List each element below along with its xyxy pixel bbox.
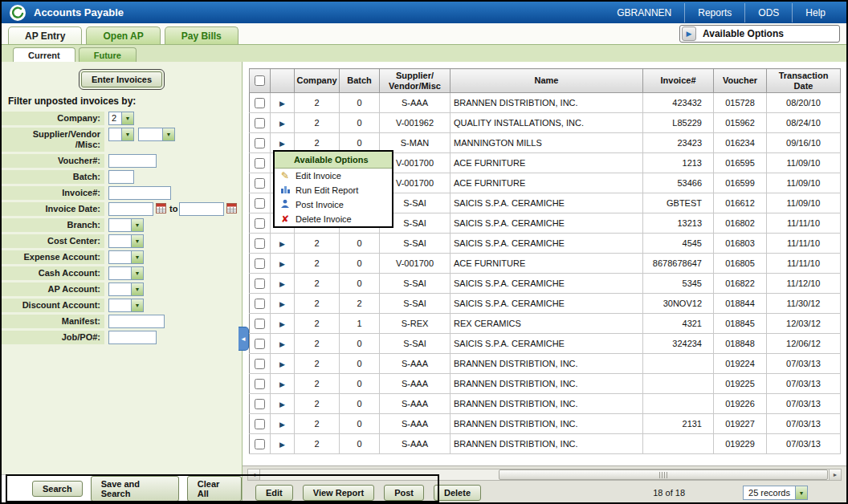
row-options-arrow-icon[interactable]: ▶ [279,120,285,128]
invoice-date-from-input[interactable] [108,202,153,216]
tab-pay-bills[interactable]: Pay Bills [165,26,238,44]
post-person-icon [279,199,291,210]
row-options-arrow-icon[interactable]: ▶ [279,100,285,108]
cell-date: 11/09/10 [767,193,841,213]
menu-item-post-invoice[interactable]: Post Invoice [275,197,392,212]
cost-center-select[interactable]: ▼ [108,234,144,248]
row-options-arrow-icon[interactable]: ▶ [279,320,285,328]
calendar-icon[interactable] [156,203,166,215]
row-checkbox[interactable] [255,278,265,289]
cell-date: 09/16/10 [767,133,841,153]
cash-account-select[interactable]: ▼ [108,266,144,280]
row-checkbox[interactable] [255,218,265,229]
row-checkbox[interactable] [255,138,265,148]
row-options-arrow-icon[interactable]: ▶ [279,441,285,449]
edit-pencil-icon: ✎ [279,170,291,181]
cell-name: SAICIS S.P.A. CERAMICHE [450,334,643,354]
menu-item-delete-invoice[interactable]: ✘ Delete Invoice [275,212,392,226]
post-button[interactable]: Post [384,485,424,501]
cell-voucher: 016805 [714,254,767,274]
row-options-arrow-icon[interactable]: ▶ [279,280,285,288]
row-options-arrow-icon[interactable]: ▶ [279,260,285,268]
menu-item-run-edit-report[interactable]: Run Edit Report [275,183,392,197]
voucher-input[interactable] [108,154,157,168]
manifest-input[interactable] [108,315,165,328]
header-nav: GBRANNEN Reports ODS Help [604,3,838,22]
calendar-icon[interactable] [226,203,237,215]
company-select[interactable]: 2 ▼ [108,112,134,125]
delete-button[interactable]: Delete [434,485,481,501]
nav-ods[interactable]: ODS [744,3,792,22]
cell-voucher: 016595 [714,153,767,173]
dropdown-arrow-icon: ▼ [131,235,143,247]
cell-date: 11/11/10 [767,213,841,234]
row-options-arrow-icon[interactable]: ▶ [279,380,285,388]
supplier-type-select[interactable]: ▼ [108,128,134,141]
user-menu[interactable]: GBRANNEN [604,3,684,22]
row-checkbox[interactable] [255,339,265,349]
scroll-right-arrow[interactable]: ► [829,469,841,480]
cell-voucher: 016822 [714,274,767,294]
row-checkbox[interactable] [255,399,265,409]
row-options-arrow-icon[interactable]: ▶ [279,240,285,248]
branch-select[interactable]: ▼ [108,218,144,232]
row-options-arrow-icon[interactable]: ▶ [279,340,285,348]
scrollbar-track[interactable] [260,469,829,480]
edit-button[interactable]: Edit [255,485,293,501]
row-options-arrow-icon[interactable]: ▶ [279,421,285,429]
row-checkbox[interactable] [255,319,265,329]
tab-future[interactable]: Future [79,47,137,62]
cell-invoice: 4545 [643,234,714,254]
row-options-arrow-icon[interactable]: ▶ [279,140,285,148]
row-checkbox[interactable] [255,299,265,309]
row-options-arrow-icon[interactable]: ▶ [279,300,285,308]
records-per-page-select[interactable]: 25 records ▼ [743,486,808,500]
discount-account-select[interactable]: ▼ [108,299,144,312]
select-all-checkbox[interactable] [255,75,265,86]
row-checkbox[interactable] [255,198,265,209]
row-checkbox[interactable] [255,419,265,429]
row-checkbox[interactable] [255,238,265,249]
cell-batch: 0 [340,334,380,354]
clear-all-button[interactable]: Clear All [187,476,242,502]
search-button[interactable]: Search [32,481,83,497]
save-and-search-button[interactable]: Save and Search [91,476,179,502]
menu-item-label: Delete Invoice [296,214,352,224]
tab-ap-entry[interactable]: AP Entry [8,26,82,44]
batch-input[interactable] [108,170,134,184]
invoice-date-to-input[interactable] [179,202,224,216]
row-checkbox[interactable] [255,98,265,108]
ap-account-select[interactable]: ▼ [108,282,144,296]
view-report-button[interactable]: View Report [303,485,374,501]
cell-company: 2 [295,314,340,334]
cell-voucher: 016803 [714,234,767,254]
tab-open-ap[interactable]: Open AP [86,26,160,44]
enter-invoices-button[interactable]: Enter Invoices [81,71,162,87]
invoice-table: Company Batch Supplier/ Vendor/Misc Name… [249,68,841,454]
available-options-button[interactable]: ▶ Available Options [679,25,840,43]
nav-help[interactable]: Help [792,3,838,22]
menu-item-edit-invoice[interactable]: ✎ Edit Invoice [275,169,392,183]
row-checkbox[interactable] [255,118,265,128]
row-checkbox[interactable] [255,379,265,389]
row-checkbox[interactable] [255,359,265,369]
scroll-left-arrow[interactable]: ◄ [248,469,260,480]
tab-current[interactable]: Current [13,47,75,62]
expense-account-select[interactable]: ▼ [108,250,144,264]
row-checkbox[interactable] [255,258,265,269]
row-options-arrow-icon[interactable]: ▶ [279,360,285,368]
collapse-filter-panel-tab[interactable]: ◄ [238,327,249,351]
cell-supplier: S-AAA [380,93,450,113]
cell-name: SAICIS S.P.A. CERAMICHE [450,193,643,213]
row-checkbox[interactable] [255,158,265,169]
invoice-number-input[interactable] [108,186,171,200]
row-checkbox-cell [250,234,271,254]
nav-reports[interactable]: Reports [684,3,744,22]
horizontal-scrollbar[interactable]: ◄ ► [247,469,842,481]
row-checkbox[interactable] [255,439,265,449]
supplier-select[interactable]: ▼ [138,128,175,141]
job-po-input[interactable] [108,331,157,344]
row-checkbox[interactable] [255,178,265,189]
scrollbar-thumb[interactable] [499,469,828,480]
row-options-arrow-icon[interactable]: ▶ [279,400,285,408]
